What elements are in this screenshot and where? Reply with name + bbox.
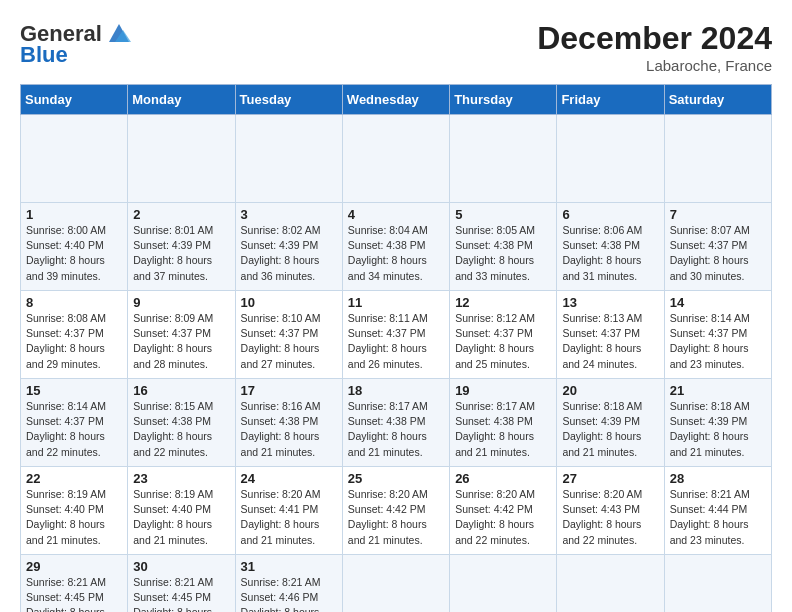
sunset-time: Sunset: 4:37 PM xyxy=(241,327,319,339)
calendar-day-cell: 14Sunrise: 8:14 AMSunset: 4:37 PMDayligh… xyxy=(664,291,771,379)
col-sunday: Sunday xyxy=(21,85,128,115)
calendar-week-row: 29Sunrise: 8:21 AMSunset: 4:45 PMDayligh… xyxy=(21,555,772,613)
day-number: 9 xyxy=(133,295,229,310)
calendar-day-cell: 24Sunrise: 8:20 AMSunset: 4:41 PMDayligh… xyxy=(235,467,342,555)
day-info: Sunrise: 8:20 AMSunset: 4:42 PMDaylight:… xyxy=(455,487,551,548)
sunset-time: Sunset: 4:40 PM xyxy=(133,503,211,515)
col-tuesday: Tuesday xyxy=(235,85,342,115)
day-info: Sunrise: 8:09 AMSunset: 4:37 PMDaylight:… xyxy=(133,311,229,372)
day-info: Sunrise: 8:15 AMSunset: 4:38 PMDaylight:… xyxy=(133,399,229,460)
calendar-day-cell: 31Sunrise: 8:21 AMSunset: 4:46 PMDayligh… xyxy=(235,555,342,613)
sunset-time: Sunset: 4:38 PM xyxy=(562,239,640,251)
day-info: Sunrise: 8:20 AMSunset: 4:43 PMDaylight:… xyxy=(562,487,658,548)
day-info: Sunrise: 8:18 AMSunset: 4:39 PMDaylight:… xyxy=(562,399,658,460)
daylight-hours: Daylight: 8 hours and 24 minutes. xyxy=(562,342,641,369)
calendar-day-cell: 5Sunrise: 8:05 AMSunset: 4:38 PMDaylight… xyxy=(450,203,557,291)
daylight-hours: Daylight: 8 hours and 39 minutes. xyxy=(26,254,105,281)
sunrise-time: Sunrise: 8:19 AM xyxy=(133,488,213,500)
sunset-time: Sunset: 4:39 PM xyxy=(241,239,319,251)
sunset-time: Sunset: 4:43 PM xyxy=(562,503,640,515)
sunrise-time: Sunrise: 8:17 AM xyxy=(455,400,535,412)
day-number: 26 xyxy=(455,471,551,486)
daylight-hours: Daylight: 8 hours and 21 minutes. xyxy=(348,430,427,457)
day-info: Sunrise: 8:13 AMSunset: 4:37 PMDaylight:… xyxy=(562,311,658,372)
sunrise-time: Sunrise: 8:21 AM xyxy=(133,576,213,588)
sunset-time: Sunset: 4:45 PM xyxy=(133,591,211,603)
sunset-time: Sunset: 4:38 PM xyxy=(133,415,211,427)
calendar-day-cell: 22Sunrise: 8:19 AMSunset: 4:40 PMDayligh… xyxy=(21,467,128,555)
sunset-time: Sunset: 4:37 PM xyxy=(133,327,211,339)
sunrise-time: Sunrise: 8:12 AM xyxy=(455,312,535,324)
day-number: 22 xyxy=(26,471,122,486)
daylight-hours: Daylight: 8 hours and 25 minutes. xyxy=(455,342,534,369)
daylight-hours: Daylight: 8 hours and 25 minutes. xyxy=(241,606,320,612)
day-info: Sunrise: 8:21 AMSunset: 4:45 PMDaylight:… xyxy=(133,575,229,612)
sunset-time: Sunset: 4:38 PM xyxy=(455,239,533,251)
calendar-day-cell xyxy=(450,555,557,613)
daylight-hours: Daylight: 8 hours and 23 minutes. xyxy=(26,606,105,612)
sunset-time: Sunset: 4:40 PM xyxy=(26,239,104,251)
sunset-time: Sunset: 4:37 PM xyxy=(26,327,104,339)
day-number: 23 xyxy=(133,471,229,486)
calendar-day-cell: 19Sunrise: 8:17 AMSunset: 4:38 PMDayligh… xyxy=(450,379,557,467)
day-info: Sunrise: 8:17 AMSunset: 4:38 PMDaylight:… xyxy=(348,399,444,460)
daylight-hours: Daylight: 8 hours and 37 minutes. xyxy=(133,254,212,281)
daylight-hours: Daylight: 8 hours and 22 minutes. xyxy=(455,518,534,545)
sunset-time: Sunset: 4:39 PM xyxy=(133,239,211,251)
calendar-week-row: 1Sunrise: 8:00 AMSunset: 4:40 PMDaylight… xyxy=(21,203,772,291)
calendar-day-cell: 1Sunrise: 8:00 AMSunset: 4:40 PMDaylight… xyxy=(21,203,128,291)
day-number: 29 xyxy=(26,559,122,574)
daylight-hours: Daylight: 8 hours and 21 minutes. xyxy=(670,430,749,457)
calendar-week-row: 15Sunrise: 8:14 AMSunset: 4:37 PMDayligh… xyxy=(21,379,772,467)
day-number: 20 xyxy=(562,383,658,398)
day-info: Sunrise: 8:07 AMSunset: 4:37 PMDaylight:… xyxy=(670,223,766,284)
day-number: 5 xyxy=(455,207,551,222)
sunset-time: Sunset: 4:45 PM xyxy=(26,591,104,603)
sunset-time: Sunset: 4:37 PM xyxy=(670,239,748,251)
calendar-day-cell: 27Sunrise: 8:20 AMSunset: 4:43 PMDayligh… xyxy=(557,467,664,555)
day-info: Sunrise: 8:08 AMSunset: 4:37 PMDaylight:… xyxy=(26,311,122,372)
day-number: 28 xyxy=(670,471,766,486)
day-info: Sunrise: 8:16 AMSunset: 4:38 PMDaylight:… xyxy=(241,399,337,460)
daylight-hours: Daylight: 8 hours and 34 minutes. xyxy=(348,254,427,281)
sunrise-time: Sunrise: 8:17 AM xyxy=(348,400,428,412)
sunset-time: Sunset: 4:40 PM xyxy=(26,503,104,515)
daylight-hours: Daylight: 8 hours and 24 minutes. xyxy=(133,606,212,612)
day-number: 12 xyxy=(455,295,551,310)
calendar-week-row xyxy=(21,115,772,203)
daylight-hours: Daylight: 8 hours and 29 minutes. xyxy=(26,342,105,369)
day-number: 3 xyxy=(241,207,337,222)
calendar-day-cell: 30Sunrise: 8:21 AMSunset: 4:45 PMDayligh… xyxy=(128,555,235,613)
logo-blue: Blue xyxy=(20,42,68,68)
sunrise-time: Sunrise: 8:21 AM xyxy=(241,576,321,588)
sunrise-time: Sunrise: 8:20 AM xyxy=(562,488,642,500)
title-block: December 2024 Labaroche, France xyxy=(537,20,772,74)
sunrise-time: Sunrise: 8:01 AM xyxy=(133,224,213,236)
calendar-day-cell xyxy=(21,115,128,203)
day-number: 30 xyxy=(133,559,229,574)
day-info: Sunrise: 8:21 AMSunset: 4:45 PMDaylight:… xyxy=(26,575,122,612)
daylight-hours: Daylight: 8 hours and 21 minutes. xyxy=(455,430,534,457)
day-number: 25 xyxy=(348,471,444,486)
calendar-day-cell xyxy=(450,115,557,203)
daylight-hours: Daylight: 8 hours and 21 minutes. xyxy=(241,430,320,457)
sunrise-time: Sunrise: 8:14 AM xyxy=(670,312,750,324)
calendar-day-cell xyxy=(128,115,235,203)
col-friday: Friday xyxy=(557,85,664,115)
daylight-hours: Daylight: 8 hours and 22 minutes. xyxy=(562,518,641,545)
day-number: 24 xyxy=(241,471,337,486)
day-number: 15 xyxy=(26,383,122,398)
sunrise-time: Sunrise: 8:00 AM xyxy=(26,224,106,236)
calendar-day-cell xyxy=(342,555,449,613)
day-info: Sunrise: 8:10 AMSunset: 4:37 PMDaylight:… xyxy=(241,311,337,372)
sunrise-time: Sunrise: 8:19 AM xyxy=(26,488,106,500)
sunset-time: Sunset: 4:39 PM xyxy=(562,415,640,427)
day-info: Sunrise: 8:05 AMSunset: 4:38 PMDaylight:… xyxy=(455,223,551,284)
sunrise-time: Sunrise: 8:20 AM xyxy=(455,488,535,500)
calendar-day-cell xyxy=(557,555,664,613)
calendar-day-cell: 2Sunrise: 8:01 AMSunset: 4:39 PMDaylight… xyxy=(128,203,235,291)
sunset-time: Sunset: 4:38 PM xyxy=(348,239,426,251)
calendar-day-cell: 23Sunrise: 8:19 AMSunset: 4:40 PMDayligh… xyxy=(128,467,235,555)
calendar-day-cell: 9Sunrise: 8:09 AMSunset: 4:37 PMDaylight… xyxy=(128,291,235,379)
day-number: 8 xyxy=(26,295,122,310)
